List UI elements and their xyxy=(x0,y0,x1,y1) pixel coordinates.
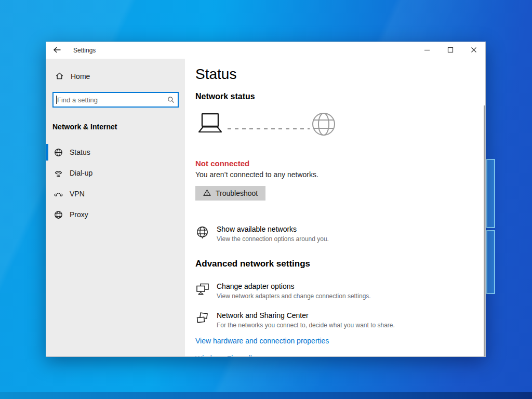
sidebar-item-dialup[interactable]: Dial-up xyxy=(46,163,185,183)
advanced-settings-heading: Advanced network settings xyxy=(195,258,470,269)
sidebar-item-status[interactable]: Status xyxy=(46,142,185,163)
settings-window: Settings xyxy=(46,42,486,357)
back-button[interactable] xyxy=(48,42,66,59)
show-available-networks-row[interactable]: Show available networks View the connect… xyxy=(195,225,470,243)
network-sharing-center-title: Network and Sharing Center xyxy=(217,311,395,320)
dashed-connector xyxy=(228,126,310,131)
wallpaper-glow-rect-bottom xyxy=(486,230,495,294)
sidebar-status-label: Status xyxy=(70,148,90,156)
sharing-icon xyxy=(195,311,209,325)
adapter-icon xyxy=(195,282,209,296)
network-status-heading: Network status xyxy=(195,91,470,101)
view-hardware-properties-link[interactable]: View hardware and connection properties xyxy=(195,337,470,345)
scrollbar[interactable] xyxy=(484,105,485,356)
wallpaper-glow-rect-top xyxy=(486,159,495,228)
warning-icon xyxy=(203,189,211,198)
sidebar-item-vpn[interactable]: VPN xyxy=(46,183,185,204)
windows-firewall-link[interactable]: Windows Firewall xyxy=(195,354,470,356)
search-box xyxy=(52,92,179,108)
minimize-button[interactable] xyxy=(415,42,438,59)
home-icon xyxy=(55,72,64,82)
main-content: Status Network status xyxy=(185,59,485,356)
phone-icon xyxy=(54,169,63,178)
change-adapter-options-subtitle: View network adapters and change connect… xyxy=(217,292,371,300)
show-available-networks-title: Show available networks xyxy=(217,225,329,234)
laptop-icon xyxy=(195,112,224,139)
back-arrow-icon xyxy=(53,46,61,55)
globe-icon xyxy=(54,210,63,219)
vpn-icon xyxy=(54,190,63,198)
network-sharing-center-subtitle: For the networks you connect to, decide … xyxy=(217,322,395,329)
desktop-wallpaper: Settings xyxy=(0,0,532,399)
maximize-icon xyxy=(447,47,454,55)
internet-globe-icon xyxy=(312,112,336,138)
change-adapter-options-text: Change adapter options View network adap… xyxy=(217,282,371,300)
search-icon xyxy=(167,96,175,105)
change-adapter-options-row[interactable]: Change adapter options View network adap… xyxy=(195,282,470,300)
sidebar-proxy-label: Proxy xyxy=(70,210,88,219)
show-available-networks-subtitle: View the connection options around you. xyxy=(217,235,329,243)
window-controls xyxy=(415,42,485,59)
sidebar-nav: Status Dial-up xyxy=(46,142,185,225)
sidebar: Home Network & Internet xyxy=(46,59,185,356)
show-available-networks-text: Show available networks View the connect… xyxy=(217,225,329,243)
network-sharing-center-row[interactable]: Network and Sharing Center For the netwo… xyxy=(195,311,470,329)
sidebar-dialup-label: Dial-up xyxy=(70,169,92,177)
sidebar-section-label: Network & Internet xyxy=(52,123,185,131)
maximize-button[interactable] xyxy=(438,42,462,59)
change-adapter-options-title: Change adapter options xyxy=(217,282,371,291)
minimize-icon xyxy=(424,47,430,55)
network-sharing-center-text: Network and Sharing Center For the netwo… xyxy=(217,311,395,329)
text-caret xyxy=(56,96,57,104)
page-title: Status xyxy=(195,65,470,83)
sidebar-vpn-label: VPN xyxy=(70,190,85,198)
sidebar-home-label: Home xyxy=(71,72,90,81)
connection-illustration xyxy=(195,113,470,138)
troubleshoot-label: Troubleshoot xyxy=(216,189,258,197)
sidebar-item-home[interactable]: Home xyxy=(46,67,185,86)
sidebar-item-proxy[interactable]: Proxy xyxy=(46,204,185,225)
close-icon xyxy=(471,47,477,55)
globe-network-icon xyxy=(54,148,63,157)
troubleshoot-button[interactable]: Troubleshoot xyxy=(195,186,265,201)
status-badge: Not connected xyxy=(195,159,470,168)
available-networks-globe-icon xyxy=(195,225,209,239)
titlebar: Settings xyxy=(46,42,485,59)
app-title: Settings xyxy=(73,47,96,54)
status-detail: You aren’t connected to any networks. xyxy=(195,170,470,179)
wallpaper-bottom-strip xyxy=(0,392,532,399)
search-input[interactable] xyxy=(52,92,179,108)
close-button[interactable] xyxy=(462,42,485,59)
